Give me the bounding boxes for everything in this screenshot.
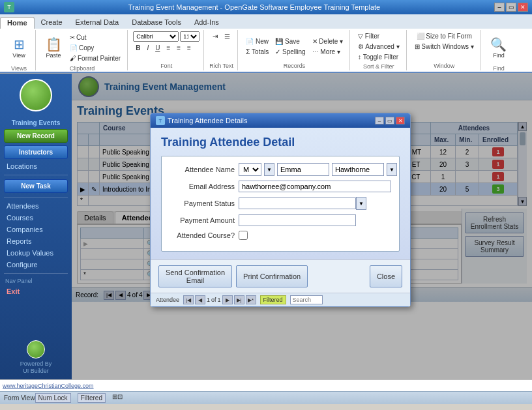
modal-nav-last[interactable]: ▶|	[234, 295, 244, 304]
tab-database-tools[interactable]: Database Tools	[125, 17, 188, 29]
view-btn[interactable]: ⊞ View	[7, 31, 31, 64]
sidebar-item-locations[interactable]: Locations	[0, 160, 72, 172]
sidebar-item-reports[interactable]: Reports	[0, 235, 72, 247]
last-name-input[interactable]	[332, 163, 384, 176]
totals-btn[interactable]: Σ Totals	[243, 47, 271, 57]
modal-window: T Training Attendee Details – ▭ ✕ Traini…	[150, 113, 411, 307]
url-bar[interactable]: www.heritageChristianCollege.com	[0, 379, 532, 391]
tab-external-data[interactable]: External Data	[69, 17, 126, 29]
spelling-btn[interactable]: ✓ Spelling	[273, 47, 308, 57]
tab-add-ins[interactable]: Add-Ins	[188, 17, 226, 29]
modal-minimize-btn[interactable]: –	[375, 117, 384, 124]
new-task-btn[interactable]: New Task	[4, 179, 68, 193]
align-left-btn[interactable]: ≡	[164, 43, 173, 53]
view-icon: ⊞	[14, 37, 25, 52]
num-lock-label: Num Lock	[35, 393, 71, 403]
modal-nav-first[interactable]: |◀	[183, 295, 194, 304]
ribbon-group-records: 📄 New Σ Totals 💾 Save ✓ Spelling ✕ Delet…	[239, 30, 350, 70]
view-label: View	[12, 52, 25, 59]
attendee-title-select[interactable]: Ms. Mr. Dr.	[239, 163, 261, 176]
align-center-btn[interactable]: ≡	[174, 43, 183, 53]
attendee-name-label: Attendee Name	[170, 166, 235, 173]
paste-icon: 📋	[46, 37, 62, 52]
sidebar-section-title: Training Events	[0, 117, 72, 128]
sidebar: Training Events New Record Instructors L…	[0, 74, 72, 379]
tab-create[interactable]: Create	[35, 17, 69, 29]
modal-nav-new[interactable]: ▶*	[246, 295, 256, 304]
modal-footer: Send Confirmation Email Print Confirmati…	[151, 259, 410, 293]
exit-btn[interactable]: Exit	[0, 286, 72, 297]
sidebar-item-configure[interactable]: Configure	[0, 259, 72, 271]
attended-label: Attended Course?	[170, 231, 235, 239]
payment-status-arrow[interactable]: ▼	[356, 197, 366, 210]
save-btn[interactable]: 💾 Save	[273, 37, 308, 46]
attendee-name-field-group: Ms. Mr. Dr. ▼ ▼	[239, 163, 397, 176]
indent-btn[interactable]: ⇥	[210, 31, 220, 41]
modal-form: Attendee Name Ms. Mr. Dr. ▼ ▼	[161, 156, 400, 252]
payment-amount-label: Payment Amount	[170, 216, 235, 224]
modal-of: of	[211, 297, 216, 303]
attended-checkbox[interactable]	[239, 231, 248, 240]
form-row-payment-amount: Payment Amount	[170, 214, 391, 226]
copy-btn[interactable]: 📄 Copy	[67, 43, 123, 53]
paste-btn[interactable]: 📋 Paste	[41, 31, 66, 64]
sidebar-item-attendees[interactable]: Attendees	[0, 200, 72, 212]
instructors-btn[interactable]: Instructors	[4, 145, 68, 159]
underline-btn[interactable]: U	[153, 43, 162, 53]
font-size-select[interactable]: 11	[180, 31, 200, 42]
cut-btn[interactable]: ✂ Cut	[67, 33, 123, 42]
footer-logo	[27, 340, 45, 359]
ribbon-group-views: ⊞ View Views	[3, 30, 36, 70]
sidebar-item-lookup-values[interactable]: Lookup Values	[0, 247, 72, 259]
modal-nav-next[interactable]: ▶	[222, 295, 233, 304]
switch-windows-btn[interactable]: ⊞ Switch Windows ▾	[412, 42, 477, 51]
list-btn[interactable]: ☰	[222, 31, 233, 41]
bold-btn[interactable]: B	[133, 43, 143, 53]
tab-home[interactable]: Home	[0, 17, 35, 29]
sidebar-divider-3	[4, 273, 68, 274]
delete-btn[interactable]: ✕ Delete ▾	[310, 37, 346, 46]
font-family-select[interactable]: Calibri	[133, 31, 179, 42]
modal-search-input[interactable]	[290, 295, 323, 304]
modal-title-text: Training Attendee Details	[168, 117, 248, 124]
sidebar-item-courses[interactable]: Courses	[0, 212, 72, 224]
size-to-fit-btn[interactable]: ⬜ Size to Fit Form	[414, 31, 475, 41]
filtered-badge[interactable]: Filtered	[260, 295, 286, 304]
new-record-ribbon-btn[interactable]: 📄 New	[243, 37, 271, 46]
ribbon-group-clipboard: 📋 Paste ✂ Cut 📄 Copy 🖌 Format Painter Cl…	[37, 30, 128, 70]
ribbon-group-rich-text: ⇥ ☰ Rich Text	[205, 30, 238, 70]
payment-amount-input[interactable]	[239, 214, 356, 226]
modal-restore-btn[interactable]: ▭	[385, 117, 394, 124]
sidebar-divider-1	[4, 175, 68, 175]
title-dropdown-arrow[interactable]: ▼	[264, 163, 274, 176]
italic-btn[interactable]: I	[144, 43, 151, 53]
restore-btn[interactable]: ▭	[506, 3, 516, 12]
print-confirmation-btn[interactable]: Print Confirmation	[236, 265, 308, 287]
email-input[interactable]	[239, 181, 391, 192]
filter-btn[interactable]: ▽ Filter	[355, 31, 402, 41]
new-record-btn[interactable]: New Record	[4, 129, 68, 143]
toggle-filter-btn[interactable]: ↕ Toggle Filter	[355, 52, 402, 62]
find-ribbon-btn[interactable]: 🔍 Find	[486, 31, 511, 64]
modal-controls: – ▭ ✕	[375, 117, 405, 124]
modal-attendee-label: Attendee	[156, 297, 179, 303]
more-btn[interactable]: ⋯ More ▾	[310, 47, 346, 57]
font-group-label: Font	[133, 61, 200, 69]
modal-close-btn[interactable]: Close	[370, 265, 402, 287]
lastname-dropdown-arrow[interactable]: ▼	[387, 163, 397, 176]
modal-nav-prev[interactable]: ◀	[195, 295, 205, 304]
close-btn[interactable]: ✕	[518, 3, 528, 12]
minimize-btn[interactable]: –	[494, 3, 505, 12]
align-right-btn[interactable]: ≡	[185, 43, 194, 53]
advanced-btn[interactable]: ⚙ Advanced ▾	[355, 42, 402, 51]
modal-overlay: T Training Attendee Details – ▭ ✕ Traini…	[72, 74, 532, 379]
payment-status-input[interactable]	[239, 198, 356, 209]
format-painter-btn[interactable]: 🖌 Format Painter	[67, 53, 123, 63]
form-row-email: Email Address	[170, 181, 391, 192]
first-name-input[interactable]	[277, 163, 329, 176]
send-confirmation-btn[interactable]: Send Confirmation Email	[158, 265, 232, 287]
modal-close-x-btn[interactable]: ✕	[396, 117, 405, 124]
nav-panel-label: Nav Panel	[0, 276, 72, 286]
modal-status-bar: Attendee |◀ ◀ 1 of 1 ▶ ▶| ▶* Filtered	[151, 293, 410, 306]
sidebar-item-companies[interactable]: Companies	[0, 224, 72, 235]
